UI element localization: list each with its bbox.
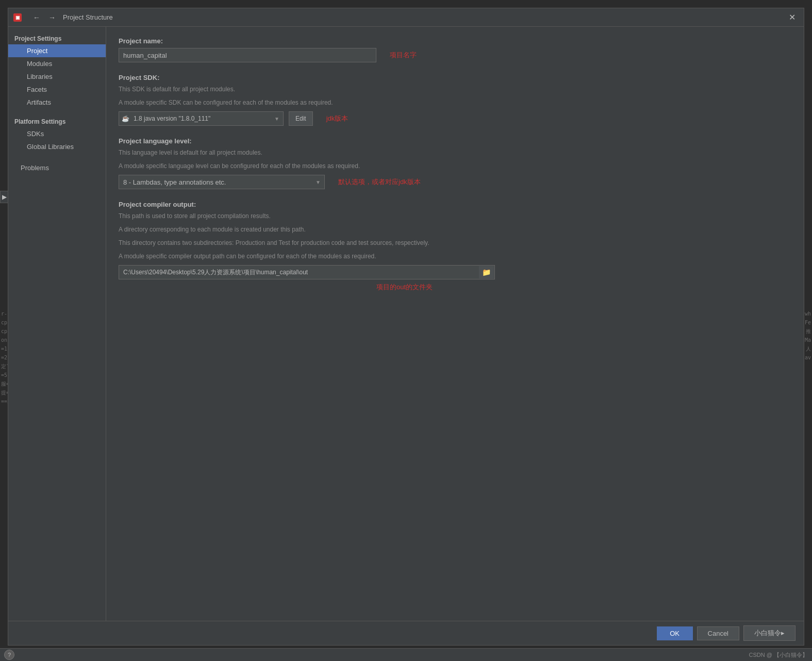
- project-name-annotation: 项目名字: [390, 51, 417, 60]
- language-level-desc2: A module specific language level can be …: [119, 161, 791, 171]
- compiler-output-desc3: This directory contains two subdirectori…: [119, 238, 791, 247]
- sidebar-item-modules[interactable]: Modules: [8, 57, 106, 70]
- nav-buttons: ← →: [30, 12, 59, 23]
- project-sdk-label: Project SDK:: [119, 74, 791, 81]
- ok-button[interactable]: OK: [657, 626, 693, 640]
- title-bar-left: ▣ ← → Project Structure: [13, 12, 113, 23]
- project-sdk-desc2: A module specific SDK can be configured …: [119, 98, 791, 107]
- sidebar-item-libraries[interactable]: Libraries: [8, 70, 106, 83]
- language-level-select-wrapper: 8 - Lambdas, type annotations etc. ▼: [119, 175, 325, 189]
- close-button[interactable]: ✕: [786, 11, 799, 23]
- project-name-input[interactable]: [119, 48, 376, 62]
- compiler-output-annotation-row: 项目的out的文件夹: [119, 283, 791, 292]
- project-settings-section: Project Settings: [8, 32, 106, 44]
- project-sdk-group: Project SDK: This SDK is default for all…: [119, 74, 791, 126]
- compiler-output-path-input[interactable]: [119, 265, 495, 279]
- app-icon: ▣: [13, 13, 22, 22]
- dialog-body: Project Settings Project Modules Librari…: [8, 27, 804, 621]
- project-name-group: Project name: 项目名字: [119, 37, 791, 62]
- project-language-level-label: Project language level:: [119, 137, 791, 145]
- bottom-bar: ? CSDN @ 【小白猫令】: [0, 648, 812, 661]
- sidebar-item-project[interactable]: Project: [8, 44, 106, 57]
- sdk-annotation: jdk版本: [326, 114, 349, 123]
- title-bar: ▣ ← → Project Structure ✕: [8, 8, 804, 27]
- csdn-label: CSDN @ 【小白猫令】: [749, 651, 808, 659]
- back-button[interactable]: ←: [30, 12, 43, 23]
- language-level-row: 8 - Lambdas, type annotations etc. ▼ 默认选…: [119, 175, 791, 189]
- language-level-annotation: 默认选项，或者对应jdk版本: [338, 177, 421, 187]
- sdk-select[interactable]: 1.8 java version "1.8.0_111": [119, 111, 284, 126]
- project-sdk-row: ☕ 1.8 java version "1.8.0_111" ▼ Edit jd…: [119, 111, 791, 126]
- project-structure-dialog: ▣ ← → Project Structure ✕ Project Settin…: [8, 8, 804, 646]
- side-code-right: wh Fe 推 Ma 人 av: [805, 309, 811, 362]
- compiler-output-desc1: This path is used to store all project c…: [119, 211, 791, 221]
- sidebar-item-facets[interactable]: Facets: [8, 83, 106, 96]
- project-compiler-output-label: Project compiler output:: [119, 201, 791, 208]
- project-compiler-output-group: Project compiler output: This path is us…: [119, 201, 791, 292]
- platform-settings-section: Platform Settings: [8, 115, 106, 127]
- project-name-label: Project name:: [119, 37, 791, 45]
- project-sdk-desc1: This SDK is default for all project modu…: [119, 85, 791, 94]
- compiler-output-row: 📁: [119, 265, 791, 279]
- path-browse-button[interactable]: 📁: [479, 266, 494, 278]
- forward-button[interactable]: →: [45, 12, 59, 23]
- apply-button[interactable]: 小白猫令▸: [743, 625, 796, 641]
- dialog-title: Project Structure: [63, 13, 113, 21]
- sidebar-item-problems[interactable]: Problems: [8, 161, 106, 174]
- sidebar: Project Settings Project Modules Librari…: [8, 27, 106, 621]
- project-name-row: 项目名字: [119, 48, 791, 62]
- language-level-desc1: This language level is default for all p…: [119, 148, 791, 157]
- compiler-output-desc2: A directory corresponding to each module…: [119, 225, 791, 234]
- help-button[interactable]: ?: [4, 650, 14, 660]
- sidebar-item-global-libraries[interactable]: Global Libraries: [8, 140, 106, 153]
- language-level-select[interactable]: 8 - Lambdas, type annotations etc.: [119, 175, 325, 189]
- cancel-button[interactable]: Cancel: [697, 626, 739, 640]
- compiler-output-path-wrapper: 📁: [119, 265, 495, 279]
- project-language-level-group: Project language level: This language le…: [119, 137, 791, 189]
- compiler-output-annotation: 项目的out的文件夹: [376, 283, 433, 291]
- main-content: Project name: 项目名字 Project SDK: This SDK…: [106, 27, 804, 621]
- compiler-output-desc4: A module specific compiler output path c…: [119, 252, 791, 261]
- sdk-select-wrapper: ☕ 1.8 java version "1.8.0_111" ▼: [119, 111, 284, 126]
- sidebar-item-sdks[interactable]: SDKs: [8, 127, 106, 140]
- dialog-footer: OK Cancel 小白猫令▸: [8, 621, 804, 645]
- sidebar-item-artifacts[interactable]: Artifacts: [8, 96, 106, 109]
- sdk-edit-button[interactable]: Edit: [289, 111, 313, 126]
